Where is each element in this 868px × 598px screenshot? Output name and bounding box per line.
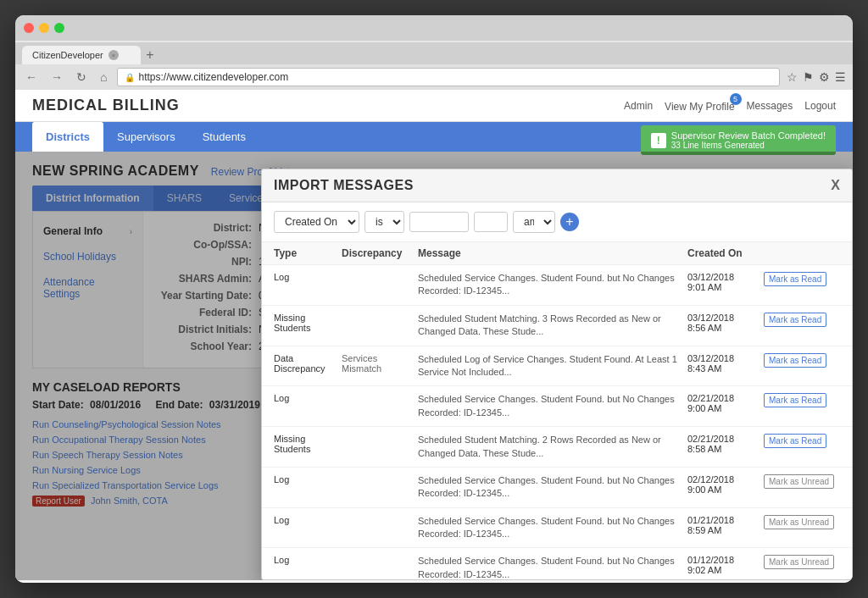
view-profile-link[interactable]: View My Profile xyxy=(665,101,734,113)
modal-filter-row: Created On is am pm + xyxy=(262,202,852,242)
forward-button[interactable]: → xyxy=(47,69,66,86)
mark-btn-0[interactable]: Mark as Read xyxy=(764,272,826,286)
msg-action-3: Mark as Read xyxy=(764,393,840,407)
msg-action-1: Mark as Read xyxy=(764,313,840,327)
menu-icon[interactable]: ☰ xyxy=(835,70,846,84)
col-action xyxy=(764,247,840,259)
table-row: Log Scheduled Service Changes. Student F… xyxy=(262,508,852,549)
table-row: Log Scheduled Service Changes. Student F… xyxy=(262,548,852,579)
tab-bar: CitizenDeveloper × + xyxy=(15,42,853,64)
admin-link[interactable]: Admin xyxy=(624,100,653,112)
address-bar: ← → ↻ ⌂ 🔒 https://www.citizendeveloper.c… xyxy=(15,64,853,90)
nav-item-students[interactable]: Students xyxy=(189,122,259,152)
msg-type-3: Log xyxy=(274,393,342,403)
mark-btn-7[interactable]: Mark as Unread xyxy=(764,555,834,569)
notification-title: Supervisor Review Batch Completed! xyxy=(671,130,826,141)
msg-action-5: Mark as Unread xyxy=(764,474,840,489)
msg-date-4: 02/21/20188:58 AM xyxy=(687,434,764,454)
modal-header: IMPORT MESSAGES X xyxy=(262,169,852,202)
col-type: Type xyxy=(274,247,342,259)
msg-action-7: Mark as Unread xyxy=(764,555,840,569)
app-header: MEDICAL BILLING Admin View My Profile 5 … xyxy=(15,90,853,122)
logout-link[interactable]: Logout xyxy=(804,100,836,112)
browser-window: CitizenDeveloper × + ← → ↻ ⌂ 🔒 https://w… xyxy=(15,15,853,583)
filter-operator-select[interactable]: is xyxy=(364,211,404,233)
tab-label: CitizenDeveloper xyxy=(32,50,103,60)
msg-type-7: Log xyxy=(274,555,342,565)
msg-message-7: Scheduled Service Changes. Student Found… xyxy=(418,555,687,579)
app-logo: MEDICAL BILLING xyxy=(32,97,180,114)
msg-message-1: Scheduled Student Matching. 3 Rows Recor… xyxy=(418,313,687,339)
table-row: Data Discrepancy Services Mismatch Sched… xyxy=(262,346,852,387)
notification-subtitle: 33 Line Items Generated xyxy=(671,141,826,150)
msg-action-4: Mark as Read xyxy=(764,434,840,448)
msg-message-5: Scheduled Service Changes. Student Found… xyxy=(418,474,687,501)
mark-btn-5[interactable]: Mark as Unread xyxy=(764,474,834,489)
msg-message-6: Scheduled Service Changes. Student Found… xyxy=(418,515,687,541)
msg-type-1: Missing Students xyxy=(274,313,342,333)
msg-discrepancy-2: Services Mismatch xyxy=(342,353,418,374)
mark-btn-2[interactable]: Mark as Read xyxy=(764,353,826,368)
tab-close-button[interactable]: × xyxy=(108,50,119,60)
modal-title: IMPORT MESSAGES xyxy=(274,178,414,193)
mark-btn-1[interactable]: Mark as Read xyxy=(764,313,826,327)
table-row: Missing Students Scheduled Student Match… xyxy=(262,306,852,346)
table-row: Log Scheduled Service Changes. Student F… xyxy=(262,265,852,306)
msg-date-5: 02/12/20189:00 AM xyxy=(687,474,764,495)
bookmark-icon[interactable]: ⚑ xyxy=(803,70,814,84)
mark-btn-6[interactable]: Mark as Unread xyxy=(764,515,834,529)
col-message: Message xyxy=(418,247,687,259)
msg-message-3: Scheduled Service Changes. Student Found… xyxy=(418,393,687,419)
home-button[interactable]: ⌂ xyxy=(97,69,110,86)
back-button[interactable]: ← xyxy=(22,69,41,86)
msg-action-6: Mark as Unread xyxy=(764,515,840,529)
url-box[interactable]: 🔒 https://www.citizendeveloper.com xyxy=(117,68,780,86)
msg-action-0: Mark as Read xyxy=(764,272,840,286)
filter-time-input[interactable] xyxy=(474,212,508,232)
msg-type-2: Data Discrepancy xyxy=(274,353,342,374)
filter-field-select[interactable]: Created On xyxy=(274,211,359,233)
msg-message-2: Scheduled Log of Service Changes. Studen… xyxy=(418,353,687,379)
modal-table-body: Log Scheduled Service Changes. Student F… xyxy=(262,265,852,579)
msg-type-5: Log xyxy=(274,474,342,484)
msg-message-0: Scheduled Service Changes. Student Found… xyxy=(418,272,687,298)
settings-icon[interactable]: ⚙ xyxy=(819,70,830,84)
msg-type-0: Log xyxy=(274,272,342,282)
msg-action-2: Mark as Read xyxy=(764,353,840,368)
table-row: Missing Students Scheduled Student Match… xyxy=(262,427,852,468)
filter-ampm-select[interactable]: am pm xyxy=(513,211,555,233)
notification-text: Supervisor Review Batch Completed! 33 Li… xyxy=(671,130,826,150)
refresh-button[interactable]: ↻ xyxy=(73,69,90,86)
maximize-traffic-light[interactable] xyxy=(54,23,64,33)
close-traffic-light[interactable] xyxy=(24,23,34,33)
msg-date-1: 03/12/20188:56 AM xyxy=(687,313,764,333)
messages-link[interactable]: Messages xyxy=(747,100,793,112)
notification-banner: ! Supervisor Review Batch Completed! 33 … xyxy=(641,125,836,155)
table-row: Log Scheduled Service Changes. Student F… xyxy=(262,386,852,427)
msg-date-3: 02/21/20189:00 AM xyxy=(687,393,764,413)
msg-message-4: Scheduled Student Matching. 2 Rows Recor… xyxy=(418,434,687,460)
msg-date-7: 01/12/20189:02 AM xyxy=(687,555,764,575)
msg-date-6: 01/21/20188:59 AM xyxy=(687,515,764,535)
browser-tab[interactable]: CitizenDeveloper × xyxy=(22,46,141,64)
bookmark-star-icon[interactable]: ☆ xyxy=(787,70,798,84)
mark-btn-3[interactable]: Mark as Read xyxy=(764,393,826,407)
mark-btn-4[interactable]: Mark as Read xyxy=(764,434,826,448)
new-tab-button[interactable]: + xyxy=(141,46,159,64)
col-discrepancy: Discrepancy xyxy=(342,247,418,259)
main-navigation: Districts Supervisors Students ! Supervi… xyxy=(15,122,853,152)
modal-close-button[interactable]: X xyxy=(831,178,840,193)
url-text: https://www.citizendeveloper.com xyxy=(138,71,288,83)
filter-value-input[interactable] xyxy=(409,212,469,232)
lock-icon: 🔒 xyxy=(125,73,135,82)
minimize-traffic-light[interactable] xyxy=(39,23,49,33)
header-nav: Admin View My Profile 5 Messages Logout xyxy=(624,98,836,114)
filter-add-button[interactable]: + xyxy=(560,213,579,231)
notification-exclamation-icon: ! xyxy=(651,133,666,148)
col-created-on: Created On xyxy=(687,247,764,259)
msg-type-4: Missing Students xyxy=(274,434,342,454)
msg-type-6: Log xyxy=(274,515,342,525)
table-row: Log Scheduled Service Changes. Student F… xyxy=(262,468,852,508)
nav-item-districts[interactable]: Districts xyxy=(32,122,103,152)
nav-item-supervisors[interactable]: Supervisors xyxy=(103,122,189,152)
